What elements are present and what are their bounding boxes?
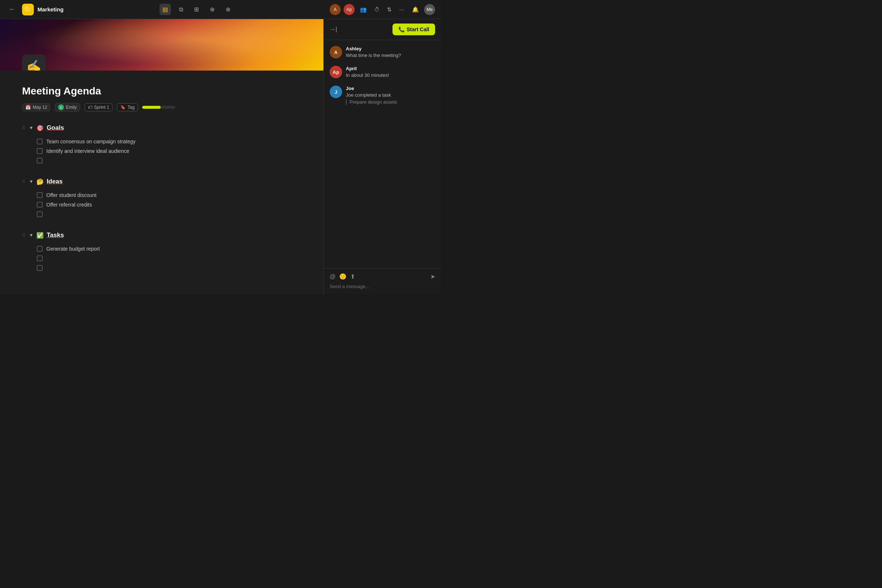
sprint-label: Sprint 1: [94, 105, 109, 110]
task-item: Generate budget report: [22, 244, 302, 254]
task-item: [22, 254, 302, 263]
date-value: May 12: [33, 105, 47, 110]
nav-center: ▤ ⧉ ⊞ ⊕ ⊗: [64, 4, 330, 15]
task-text-2: Identify and interview ideal audience: [46, 148, 129, 154]
tasks-emoji: ✅: [36, 232, 44, 239]
tasks-title: Tasks: [46, 231, 64, 239]
chat-content-joe: Joe Joe completed a task Prepare design …: [346, 86, 397, 105]
task-checkbox-3[interactable]: [37, 158, 43, 164]
toolbar-list-view[interactable]: ▤: [159, 4, 171, 15]
collapse-tasks-button[interactable]: ▼: [29, 232, 33, 238]
toolbar-graph-view[interactable]: ⊗: [223, 4, 233, 15]
topnav: ← 🟡 Marketing ▤ ⧉ ⊞ ⊕ ⊗ A Ap 👥 ⏱ ⇅ ⋯ 🔔 M…: [0, 0, 441, 19]
task-checkbox-9[interactable]: [37, 265, 43, 271]
drag-handle-goals[interactable]: ⠿: [22, 125, 26, 130]
chat-text-ashley: What time is the meeting?: [346, 52, 401, 58]
chat-name-joe: Joe: [346, 86, 397, 91]
drag-handle-ideas[interactable]: ⠿: [22, 179, 26, 184]
user-avatar-2: Ap: [344, 4, 355, 15]
start-call-button[interactable]: 📞 Start Call: [393, 24, 435, 35]
assignee-avatar: E: [58, 104, 64, 110]
more-button[interactable]: ⋯: [397, 5, 407, 14]
workspace-title: Marketing: [38, 6, 64, 12]
task-text-4: Offer student discount: [46, 192, 97, 198]
content-area: ✍️ Meeting Agenda 📅 May 12 E Emily 🏷 Spr…: [0, 19, 323, 294]
chat-message-april: Ap April In about 30 minutes!: [330, 66, 435, 78]
panel-header: →| 📞 Start Call: [324, 19, 441, 40]
ideas-title: Ideas: [46, 178, 63, 185]
sprint-badge[interactable]: 🏷 Sprint 1: [84, 103, 112, 111]
sprint-icon: 🏷: [88, 105, 92, 110]
page-body: Meeting Agenda 📅 May 12 E Emily 🏷 Sprint…: [0, 70, 323, 294]
collapse-ideas-button[interactable]: ▼: [29, 179, 33, 184]
tag-icon: 🔖: [120, 105, 126, 110]
right-panel: →| 📞 Start Call A Ashley What time is th…: [323, 19, 441, 294]
emoji-button[interactable]: 🙂: [339, 273, 346, 280]
task-checkbox-4[interactable]: [37, 192, 43, 198]
back-button[interactable]: ←: [6, 4, 18, 15]
page-icon: ✍️: [22, 54, 46, 70]
nav-left: ← 🟡 Marketing: [6, 4, 64, 15]
task-checkbox-5[interactable]: [37, 202, 43, 208]
toolbar-table-view[interactable]: ⊞: [191, 4, 202, 15]
task-item: Team consensus on campaign strategy: [22, 137, 302, 146]
task-checkbox-7[interactable]: [37, 246, 43, 252]
toolbar-card-view[interactable]: ⧉: [176, 4, 186, 15]
chat-content-april: April In about 30 minutes!: [346, 66, 389, 78]
task-item: [22, 210, 302, 219]
chat-input-area: @ 🙂 ⬆ ➤: [324, 268, 441, 294]
ideas-section: ⠿ ▼ 🤔 Ideas Offer student discount Offer…: [22, 176, 302, 219]
chat-name-ashley: Ashley: [346, 46, 401, 51]
chat-avatar-joe: J: [330, 86, 342, 98]
task-item: [22, 156, 302, 165]
notifications-button[interactable]: 🔔: [410, 5, 421, 14]
timer-button[interactable]: ⏱: [372, 5, 382, 14]
toolbar-share-view[interactable]: ⊕: [207, 4, 218, 15]
calendar-icon: 📅: [26, 105, 31, 110]
page-title: Meeting Agenda: [22, 85, 302, 97]
task-checkbox-1[interactable]: [37, 138, 43, 144]
attach-button[interactable]: ⬆: [350, 273, 355, 280]
chat-input-icons: @ 🙂 ⬆ ➤: [330, 273, 435, 280]
tasks-header: ⠿ ▼ ✅ Tasks: [22, 230, 302, 240]
chat-input[interactable]: [330, 284, 435, 289]
hero-banner: ✍️: [0, 19, 323, 70]
send-button[interactable]: ➤: [430, 273, 435, 280]
chat-task-joe: Joe completed a task: [346, 92, 397, 98]
assignee-badge[interactable]: E Emily: [55, 103, 80, 112]
sort-button[interactable]: ⇅: [385, 5, 394, 14]
mention-button[interactable]: @: [330, 273, 336, 280]
drag-handle-tasks[interactable]: ⠿: [22, 232, 26, 238]
ideas-header: ⠿ ▼ 🤔 Ideas: [22, 176, 302, 187]
phone-icon: 📞: [398, 27, 405, 32]
date-badge[interactable]: 📅 May 12: [22, 103, 50, 111]
current-user-avatar: Me: [424, 4, 435, 15]
task-checkbox-2[interactable]: [37, 148, 43, 154]
page-meta: 📅 May 12 E Emily 🏷 Sprint 1 🔖 Tag: [22, 103, 302, 112]
goals-section: ⠿ ▼ 🎯 Goals Team consensus on campaign s…: [22, 123, 302, 165]
task-checkbox-8[interactable]: [37, 255, 43, 261]
task-item: Identify and interview ideal audience: [22, 146, 302, 156]
start-call-label: Start Call: [407, 27, 429, 32]
chat-message-ashley: A Ashley What time is the meeting?: [330, 46, 435, 58]
task-item: Offer referral credits: [22, 200, 302, 210]
ideas-emoji: 🤔: [36, 178, 44, 185]
tasks-section: ⠿ ▼ ✅ Tasks Generate budget report: [22, 230, 302, 273]
add-member-button[interactable]: 👥: [358, 5, 369, 14]
collapse-goals-button[interactable]: ▼: [29, 125, 33, 130]
assignee-name: Emily: [66, 105, 76, 110]
chat-messages: A Ashley What time is the meeting? Ap Ap…: [324, 40, 441, 268]
task-checkbox-6[interactable]: [37, 212, 43, 217]
task-text-7: Generate budget report: [46, 246, 100, 252]
tag-badge[interactable]: 🔖 Tag: [117, 103, 138, 111]
goals-emoji: 🎯: [36, 124, 44, 132]
app-logo: 🟡: [22, 4, 34, 15]
tag-label: Tag: [128, 105, 135, 110]
task-text-1: Team consensus on campaign strategy: [46, 138, 136, 144]
panel-collapse-button[interactable]: →|: [330, 26, 337, 33]
progress-bar: [142, 106, 175, 109]
chat-text-april: In about 30 minutes!: [346, 72, 389, 78]
chat-avatar-april: Ap: [330, 66, 342, 78]
nav-right: A Ap 👥 ⏱ ⇅ ⋯ 🔔 Me: [330, 4, 435, 15]
chat-avatar-ashley: A: [330, 46, 342, 58]
